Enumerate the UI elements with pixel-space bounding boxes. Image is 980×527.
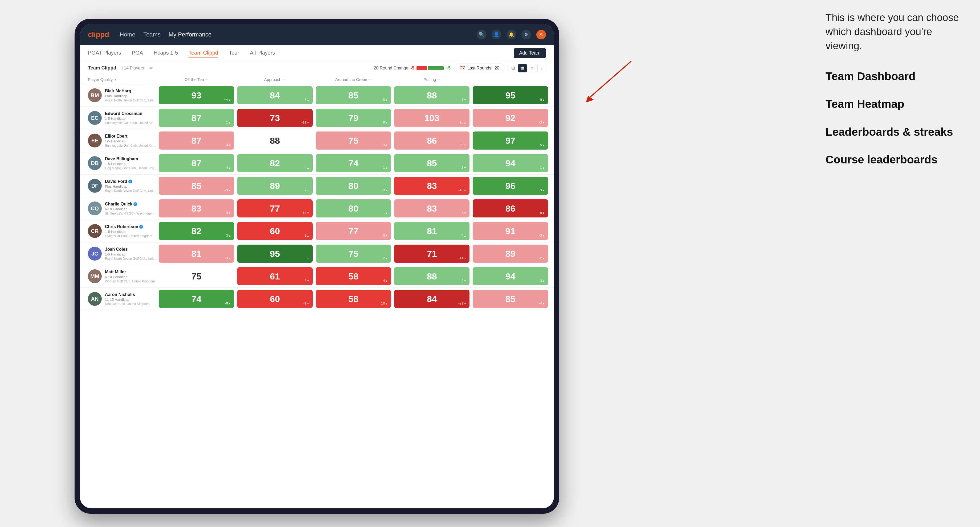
add-team-button[interactable]: Add Team	[514, 48, 546, 58]
col-player-quality[interactable]: Player Quality ▼	[88, 77, 157, 82]
tab-tour[interactable]: Tour	[229, 49, 239, 57]
player-handicap: 1-5 Handicap	[105, 252, 158, 256]
player-handicap: 1-5 Handicap	[105, 139, 158, 143]
grid-view-button[interactable]: ⊞	[509, 64, 517, 72]
player-name[interactable]: Blair McHarg	[105, 89, 158, 94]
nav-teams[interactable]: Teams	[143, 30, 161, 39]
player-info-5: CQCharlie Quick✓6-10 HandicapSt. George'…	[88, 202, 157, 215]
player-info-3: DBDave Billingham1-5 HandicapGog Magog G…	[88, 156, 157, 170]
player-name[interactable]: Edward Crossman	[105, 111, 158, 116]
team-bar: Team Clippd | 14 Players ✏ 20 Round Chan…	[80, 61, 554, 75]
score-value: 88	[427, 271, 437, 282]
user-avatar[interactable]: A	[536, 30, 546, 40]
nav-my-performance[interactable]: My Performance	[169, 30, 212, 39]
col-putting[interactable]: Putting —	[393, 77, 471, 82]
download-view-button[interactable]: ↓	[538, 64, 546, 72]
player-name[interactable]: Aaron Nicholls	[105, 292, 150, 297]
down-arrow-icon	[542, 256, 545, 260]
player-avatar: CR	[88, 224, 102, 238]
col-approach[interactable]: Approach —	[236, 77, 314, 82]
score-change: -3	[225, 256, 231, 260]
player-row[interactable]: ANAaron Nicholls11-15 HandicapDrift Golf…	[80, 288, 554, 310]
option-leaderboards: Leaderboards & streaks	[826, 125, 964, 140]
score-change: -3	[303, 279, 309, 283]
player-name[interactable]: Matt Miller	[105, 270, 155, 275]
sort-arrow-putting: —	[437, 78, 440, 81]
col-around-green-label: Around the Green	[335, 77, 367, 82]
player-name[interactable]: Charlie Quick✓	[105, 202, 158, 206]
score-value: 84	[427, 294, 437, 304]
player-name[interactable]: Josh Coles	[105, 247, 158, 252]
player-row[interactable]: DBDave Billingham1-5 HandicapGog Magog G…	[80, 152, 554, 175]
score-cell: 73-11	[237, 109, 313, 127]
logo[interactable]: clippd	[88, 30, 109, 39]
score-cell: 943	[473, 267, 548, 285]
score-change: -3	[225, 188, 231, 192]
score-change: 3	[540, 188, 545, 192]
score-cell: 61-3	[237, 267, 313, 285]
player-name[interactable]: Elliot Ebert	[105, 134, 158, 139]
score-cell: 941	[473, 154, 548, 172]
player-row[interactable]: DFDavid Ford✓Plus HandicapRoyal North De…	[80, 175, 554, 197]
sub-nav-items: PGAT Players PGA Hcaps 1-5 Team Clippd T…	[88, 49, 514, 57]
player-handicap: 1-5 Handicap	[105, 230, 152, 234]
edit-icon[interactable]: ✏	[150, 65, 153, 71]
col-around-green[interactable]: Around the Green —	[314, 77, 393, 82]
score-change: -1	[303, 301, 309, 305]
nav-home[interactable]: Home	[119, 30, 135, 39]
profile-icon[interactable]: 👤	[492, 30, 501, 40]
up-arrow-icon	[464, 233, 466, 237]
player-row[interactable]: CRChris Robertson✓1-5 HandicapCraigmilla…	[80, 220, 554, 243]
settings-icon[interactable]: ⚙	[522, 30, 531, 40]
player-row[interactable]: EEElliot Ebert1-5 HandicapSunningdale Go…	[80, 129, 554, 152]
score-change: 9	[383, 120, 388, 124]
score-cell: 959	[473, 86, 548, 104]
player-name[interactable]: Chris Robertson✓	[105, 224, 152, 229]
score-change: -11	[301, 120, 309, 124]
player-details: Dave Billingham1-5 HandicapGog Magog Gol…	[105, 157, 158, 170]
player-club: Sunningdale Golf Club, United Kingdom	[105, 144, 158, 148]
option-team-heatmap: Team Heatmap	[826, 97, 964, 111]
tab-all-players[interactable]: All Players	[250, 49, 275, 57]
player-row[interactable]: MMMatt Miller6-10 HandicapWoburn Golf Cl…	[80, 265, 554, 288]
col-off-tee[interactable]: Off the Tee —	[157, 77, 236, 82]
player-row[interactable]: CQCharlie Quick✓6-10 HandicapSt. George'…	[80, 197, 554, 220]
score-change: -10	[458, 188, 466, 192]
score-value: 83	[427, 203, 437, 214]
player-avatar: EC	[88, 111, 102, 125]
score-value: 75	[348, 249, 358, 259]
up-arrow-icon	[542, 98, 545, 102]
player-name[interactable]: David Ford✓	[105, 179, 158, 184]
score-value: 87	[191, 135, 201, 146]
score-change: 6	[304, 98, 309, 102]
player-row[interactable]: BMBlair McHargPlus HandicapRoyal North D…	[80, 84, 554, 107]
tab-pgat-players[interactable]: PGAT Players	[88, 49, 121, 57]
notifications-icon[interactable]: 🔔	[506, 30, 516, 40]
score-change: -3	[382, 143, 388, 147]
score-cell: 88-1	[394, 86, 469, 104]
stats-view-button[interactable]: ≡	[528, 64, 536, 72]
tab-hcaps[interactable]: Hcaps 1-5	[154, 49, 178, 57]
player-row[interactable]: ECEdward Crossman1-5 HandicapSunningdale…	[80, 107, 554, 129]
player-name[interactable]: Dave Billingham	[105, 157, 158, 161]
up-arrow-icon	[228, 165, 231, 170]
tab-team-clippd[interactable]: Team Clippd	[189, 49, 218, 57]
score-change: 10	[381, 301, 388, 305]
down-arrow-icon	[542, 211, 545, 215]
down-arrow-icon	[385, 233, 388, 237]
score-change: -3	[460, 165, 466, 170]
option-team-dashboard: Team Dashboard	[826, 69, 964, 84]
last-rounds-button[interactable]: 📅 Last Rounds: 20	[456, 63, 503, 72]
verified-badge: ✓	[139, 225, 143, 229]
search-icon[interactable]: 🔍	[477, 30, 486, 40]
score-cell: 83-6	[394, 199, 469, 217]
heatmap-view-button[interactable]: ▦	[518, 64, 527, 72]
down-arrow-icon	[464, 279, 466, 283]
score-cell: 74-8	[159, 290, 234, 308]
score-value: 85	[427, 158, 437, 168]
up-arrow-icon	[307, 256, 309, 260]
player-row[interactable]: JCJosh Coles1-5 HandicapRoyal North Devo…	[80, 243, 554, 265]
score-cell: 81-3	[159, 244, 234, 263]
tab-pga[interactable]: PGA	[132, 49, 143, 57]
score-change: -11	[458, 256, 466, 260]
